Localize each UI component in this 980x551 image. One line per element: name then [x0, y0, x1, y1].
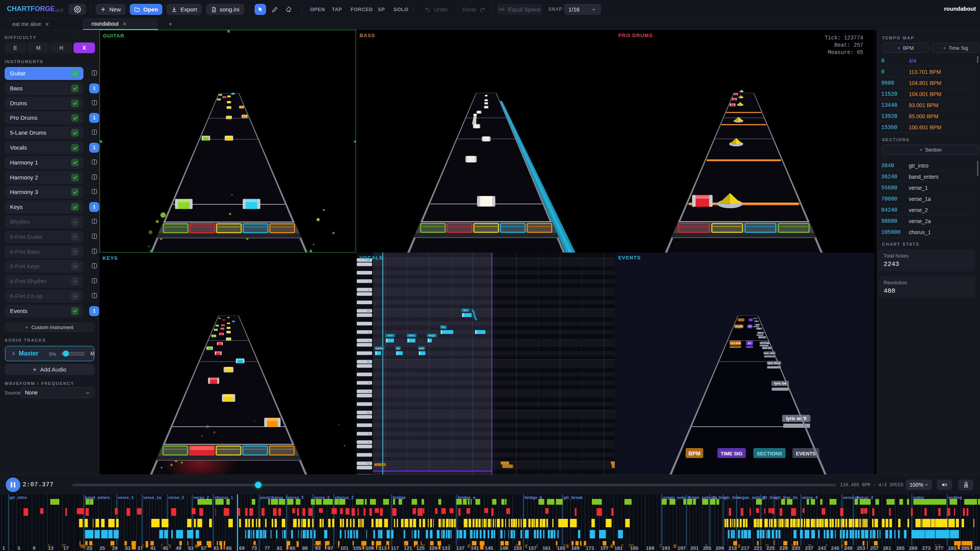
svg-text:49: 49: [176, 545, 181, 551]
svg-text:13: 13: [48, 545, 53, 551]
svg-text:outro: outro: [913, 495, 924, 500]
svg-text:101: 101: [340, 545, 349, 551]
svg-text:17: 17: [63, 545, 69, 551]
svg-text:9: 9: [33, 545, 36, 551]
svg-text:69: 69: [239, 545, 245, 551]
svg-text:band_enters: band_enters: [85, 495, 110, 500]
svg-text:bridge_b: bridge_b: [524, 495, 542, 500]
svg-text:verse_1a: verse_1a: [143, 495, 162, 500]
svg-text:1: 1: [2, 545, 5, 551]
svg-text:29: 29: [112, 545, 118, 551]
svg-text:45: 45: [163, 545, 168, 551]
svg-text:149: 149: [500, 545, 508, 551]
svg-text:BPM: BPM: [688, 450, 700, 456]
svg-text:37: 37: [137, 545, 143, 551]
svg-text:C3: C3: [367, 411, 370, 414]
svg-text:verse_1: verse_1: [118, 495, 134, 500]
svg-text:postchorus_1: postchorus_1: [260, 495, 288, 500]
svg-text:chorus_1: chorus_1: [214, 495, 233, 500]
svg-text:97: 97: [328, 545, 333, 551]
svg-text:113: 113: [379, 545, 387, 551]
svg-text:137: 137: [456, 545, 465, 551]
svg-text:61: 61: [214, 545, 219, 551]
svg-text:gtr_break: gtr_break: [564, 495, 583, 500]
svg-text:21: 21: [87, 545, 92, 551]
svg-text:lyric w: lyric w: [758, 332, 764, 334]
svg-text:93: 93: [315, 545, 320, 551]
svg-text:verse_4: verse_4: [802, 495, 818, 500]
svg-text:209: 209: [716, 545, 724, 551]
svg-text:verse_3: verse_3: [288, 495, 304, 500]
svg-text:257: 257: [870, 545, 879, 551]
svg-text:213: 213: [728, 545, 737, 551]
svg-text:265: 265: [896, 545, 905, 551]
svg-text:261: 261: [883, 545, 891, 551]
svg-text:lyric we'll: lyric we'll: [786, 416, 807, 421]
svg-text:237: 237: [805, 545, 813, 551]
svg-text:bridge: bridge: [393, 495, 406, 500]
svg-text:wanna: wanna: [375, 347, 383, 350]
svg-text:lies: lies: [464, 309, 468, 311]
svg-text:lyric be: lyric be: [774, 381, 786, 385]
svg-text:221: 221: [754, 545, 763, 551]
svg-text:lyric+breath: lyric+breath: [376, 464, 387, 466]
svg-text:chorus_2: chorus_2: [335, 495, 354, 500]
svg-text:161: 161: [542, 545, 551, 551]
svg-text:ending: ending: [948, 495, 962, 500]
svg-text:117: 117: [391, 545, 399, 551]
svg-text:EVENTS: EVENTS: [796, 451, 816, 456]
svg-text:273: 273: [922, 545, 931, 551]
svg-text:269: 269: [909, 545, 918, 551]
svg-text:verse_2: verse_2: [193, 495, 209, 500]
svg-text:41: 41: [150, 545, 156, 551]
svg-text:77: 77: [265, 545, 270, 551]
svg-text:217: 217: [741, 545, 750, 551]
svg-text:253: 253: [857, 545, 866, 551]
svg-text:G: G: [368, 280, 370, 283]
svg-text:C5: C5: [367, 310, 370, 312]
svg-text:verse_3: verse_3: [314, 495, 330, 500]
svg-text:169: 169: [571, 545, 580, 551]
svg-text:organ_solo_2: organ_solo_2: [738, 495, 765, 500]
svg-text:laugh: laugh: [429, 334, 435, 337]
svg-text:gtr_line: gtr_line: [711, 495, 726, 500]
svg-text:25: 25: [100, 545, 105, 551]
svg-text:gtr_line_2a: gtr_line_2a: [775, 495, 798, 500]
svg-text:233: 233: [792, 545, 800, 551]
svg-text:249: 249: [844, 545, 853, 551]
svg-text:53: 53: [188, 545, 193, 551]
svg-text:121: 121: [404, 545, 412, 551]
svg-text:165: 165: [557, 545, 565, 551]
svg-text:lyric and: lyric and: [763, 347, 772, 349]
svg-text:ing: ing: [442, 326, 445, 329]
svg-text:141: 141: [471, 545, 479, 551]
svg-text:we'll: we'll: [387, 334, 393, 337]
svg-text:3/4: 3/4: [748, 342, 751, 344]
svg-text:241: 241: [818, 545, 826, 551]
svg-text:57: 57: [201, 545, 206, 551]
svg-text:85: 85: [290, 545, 295, 551]
svg-text:89: 89: [302, 545, 307, 551]
svg-text:gtr_intro: gtr_intro: [10, 495, 27, 500]
svg-text:105: 105: [353, 545, 362, 551]
svg-text:189: 189: [646, 545, 654, 551]
svg-text:145: 145: [485, 545, 493, 551]
svg-text:185: 185: [630, 545, 639, 551]
svg-text:289: 289: [974, 545, 980, 551]
svg-text:285: 285: [961, 545, 970, 551]
svg-text:bridge_a: bridge_a: [458, 495, 476, 500]
svg-text:201: 201: [691, 545, 699, 551]
svg-text:C4: C4: [367, 360, 370, 363]
svg-text:133: 133: [442, 545, 450, 551]
svg-text:there: there: [409, 334, 415, 337]
svg-text:65: 65: [226, 545, 232, 551]
svg-text:225: 225: [766, 545, 775, 551]
svg-text:organ_solo_1: organ_solo_1: [663, 495, 691, 500]
svg-text:277: 277: [935, 545, 944, 551]
svg-text:G: G: [368, 382, 370, 384]
svg-text:73: 73: [252, 545, 257, 551]
svg-text:lyric bo: lyric bo: [759, 336, 766, 338]
svg-text:129: 129: [429, 545, 438, 551]
svg-text:and: and: [420, 347, 424, 350]
svg-text:lyric: lyric: [757, 328, 761, 329]
